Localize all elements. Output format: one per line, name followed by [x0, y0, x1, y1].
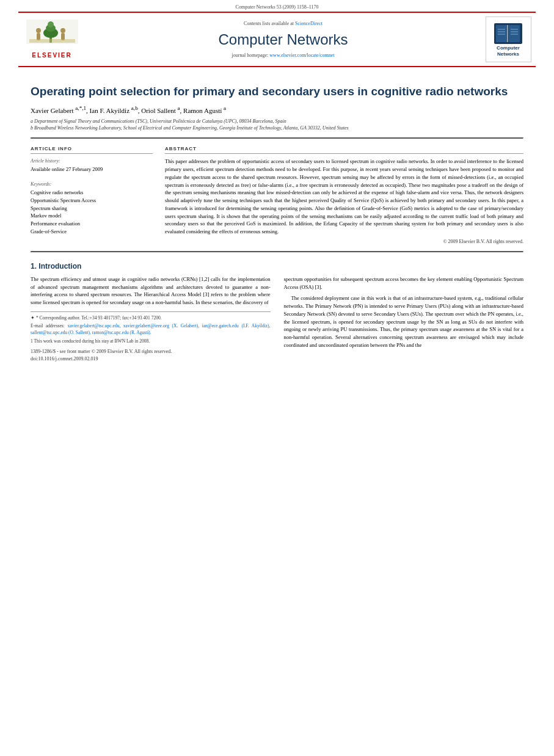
- author-sup-a2: a: [178, 105, 180, 111]
- banner-center: Contents lists available at ScienceDirec…: [86, 20, 481, 59]
- author-sup-ab: a,b: [131, 105, 138, 111]
- footnote-emails-text: xavier.gelabert@tsc.upc.edu, xavier.gela…: [31, 323, 271, 335]
- authors-line: Xavier Gelabert a,*,1, Ian F. Akyildiz a…: [31, 104, 523, 115]
- body-two-col: The spectrum efficiency and utmost usage…: [31, 275, 523, 363]
- svg-point-5: [36, 28, 41, 33]
- intro-para-1: The spectrum efficiency and utmost usage…: [31, 275, 271, 307]
- elsevier-wordmark: ELSEVIER: [32, 51, 71, 60]
- history-value: Available online 27 February 2009: [31, 166, 153, 173]
- abstract-label: ABSTRACT: [165, 145, 523, 154]
- affiliation-b: b Broadband Wireless Networking Laborato…: [31, 125, 523, 131]
- journal-logo-box: ComputerNetworks: [486, 16, 531, 62]
- article-title: Operating point selection for primary an…: [31, 84, 523, 100]
- journal-ref: Computer Networks 53 (2009) 1158–1170: [236, 4, 319, 10]
- svg-point-7: [60, 28, 65, 33]
- abstract-col: ABSTRACT This paper addresses the proble…: [165, 145, 523, 245]
- doi-text: doi:10.1016/j.comnet.2009.02.019: [31, 355, 271, 363]
- keyword-6: Grade-of-Service: [31, 228, 153, 236]
- issn-line: 1389-1286/$ - see front matter © 2009 El…: [31, 348, 271, 355]
- affiliations: a Department of Signal Theory and Commun…: [31, 118, 523, 131]
- sciencedirect-link[interactable]: ScienceDirect: [295, 21, 323, 26]
- abstract-text: This paper addresses the problem of oppo…: [165, 158, 523, 236]
- author-sup-a: a,*,1: [75, 105, 86, 111]
- intro-heading: 1. Introduction: [31, 261, 523, 272]
- doi-line: 1389-1286/$ - see front matter © 2009 El…: [31, 348, 271, 363]
- journal-title: Computer Networks: [86, 29, 481, 50]
- svg-rect-12: [509, 25, 520, 42]
- keyword-5: Performance evaluation: [31, 220, 153, 228]
- svg-rect-11: [496, 25, 507, 42]
- footnote-emails: E-mail addresses: xavier.gelabert@tsc.up…: [31, 322, 271, 336]
- article-info-col: ARTICLE INFO Article history: Available …: [31, 145, 153, 245]
- elsevier-logo-container: ELSEVIER: [18, 20, 86, 60]
- intro-para-right-2: The considered deployment case in this w…: [284, 294, 524, 349]
- body-col-left: The spectrum efficiency and utmost usage…: [31, 275, 271, 363]
- keywords-label: Keywords:: [31, 181, 153, 187]
- banner-right: ComputerNetworks: [481, 16, 536, 62]
- history-label: Article history:: [31, 158, 153, 164]
- body-col-right: spectrum opportunities for subsequent sp…: [284, 275, 524, 363]
- divider-thick-2: [31, 251, 523, 253]
- main-content: Operating point selection for primary an…: [0, 67, 554, 375]
- keyword-2: Opportunistic Spectrum Access: [31, 197, 153, 205]
- footnote-note1: 1 This work was conducted during his sta…: [31, 338, 271, 344]
- footnote-corresponding: ✦ * Corresponding author. Tel.:+34 93 40…: [31, 314, 271, 321]
- authors-text: Xavier Gelabert a,*,1, Ian F. Akyildiz a…: [31, 107, 226, 114]
- footnotes: ✦ * Corresponding author. Tel.:+34 93 40…: [31, 311, 271, 344]
- sciencedirect-label: Contents lists available at ScienceDirec…: [86, 20, 481, 27]
- author-sup-a3: a: [224, 105, 226, 111]
- keywords-list: Cognitive radio networks Opportunistic S…: [31, 189, 153, 236]
- affiliation-a: a Department of Signal Theory and Commun…: [31, 118, 523, 125]
- journal-homepage: journal homepage: www.elsevier.com/locat…: [86, 52, 481, 59]
- svg-point-4: [48, 21, 54, 27]
- intro-para-right-1: spectrum opportunities for subsequent sp…: [284, 275, 524, 291]
- journal-banner: ELSEVIER Contents lists available at Sci…: [18, 12, 536, 67]
- elsevier-logo-svg: [26, 20, 78, 51]
- keyword-1: Cognitive radio networks: [31, 189, 153, 197]
- svg-rect-9: [29, 39, 75, 43]
- homepage-link[interactable]: www.elsevier.com/locate/comnet: [269, 53, 334, 58]
- keyword-3: Spectrum sharing: [31, 205, 153, 213]
- elsevier-logo: ELSEVIER: [26, 20, 78, 60]
- journal-logo-title: ComputerNetworks: [497, 45, 520, 57]
- copyright-text: © 2009 Elsevier B.V. All rights reserved…: [165, 238, 523, 245]
- keyword-4: Markov model: [31, 213, 153, 220]
- article-info-label: ARTICLE INFO: [31, 145, 153, 154]
- info-abstract-section: ARTICLE INFO Article history: Available …: [31, 145, 523, 245]
- journal-header: Computer Networks 53 (2009) 1158–1170: [0, 0, 554, 12]
- divider-thick: [31, 137, 523, 139]
- journal-logo-icon: [493, 22, 523, 45]
